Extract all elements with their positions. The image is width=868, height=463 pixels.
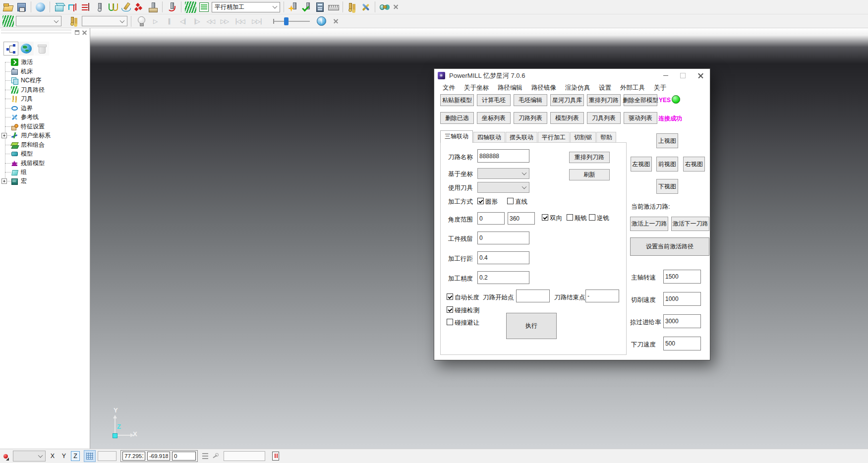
z-axis-button[interactable]: Z [71,451,80,461]
viewer-binoculars-icon[interactable] [379,1,390,13]
mode-circle-checkbox[interactable] [477,198,484,204]
tab-parallel[interactable]: 平行加工 [538,132,570,143]
view-top-button[interactable]: 上视图 [656,133,678,148]
toolpath-name-input[interactable] [477,149,529,163]
coord-list-icon[interactable] [202,452,209,460]
tab-3axis[interactable]: 三轴联动 [440,130,473,143]
menu-about-coords[interactable]: 关于坐标 [460,82,493,94]
strategy-wizard-icon[interactable] [107,1,118,13]
menu-path-edit[interactable]: 路径编辑 [493,82,527,94]
tree-item-groups[interactable]: 组 [0,168,90,176]
toolpath-list-button[interactable]: 刀路列表 [514,112,547,124]
tab-swivel-head[interactable]: 摆头联动 [506,132,537,143]
activate-prev-toolpath-button[interactable]: 激活上一刀路 [630,217,668,231]
collision-detect-checkbox[interactable] [447,306,453,313]
tree-item-nc-programs[interactable]: NC程序 [0,76,90,85]
open-icon[interactable] [2,1,14,13]
paste-new-model-button[interactable]: 粘贴新模型 [440,94,474,106]
tree-item-activate[interactable]: 激活 [0,58,90,66]
sim-toolpath-combobox[interactable] [16,16,61,26]
menu-external-tools[interactable]: 外部工具 [616,82,649,94]
tree-item-macros[interactable]: 宏 [0,176,90,185]
cut-axes-icon[interactable] [360,1,371,13]
shaded-orb-icon[interactable] [35,1,46,13]
maximize-button[interactable] [674,69,691,82]
toolpath-spring-icon[interactable] [185,1,196,13]
tree-item-patterns[interactable]: 参考线 [0,113,90,121]
minimize-button[interactable] [657,69,674,82]
tree-item-models[interactable]: 模型 [0,149,90,158]
step-back-button[interactable]: ◁| [177,16,189,27]
tab-help[interactable]: 帮助 [596,132,616,143]
cursor-z-input[interactable] [172,452,196,461]
set-active-path-button[interactable]: 设置当前激活路径 [630,237,709,256]
tree-item-levels[interactable]: 层和组合 [0,140,90,149]
step-forward-button[interactable]: |▷ [191,16,203,27]
tab-explorer-tree[interactable] [3,42,18,56]
view-right-button[interactable]: 右视图 [683,157,705,172]
slider-handle[interactable] [284,17,289,25]
conventional-mill-checkbox[interactable] [589,214,595,221]
angle-from-input[interactable] [477,212,505,225]
lamp-icon[interactable] [136,15,147,27]
close-toolbar-icon[interactable] [392,3,400,11]
speed-clock-icon[interactable] [316,15,327,27]
view-front-button[interactable]: 前视图 [656,157,678,172]
cutting-feed-input[interactable] [663,292,701,306]
grid-toggle-icon[interactable] [84,450,96,462]
tab-saw[interactable]: 切割锯 [570,132,596,143]
view-bottom-button[interactable]: 下视图 [656,179,678,194]
close-button[interactable] [692,69,709,82]
tree-item-stock-models[interactable]: 残留模型 [0,159,90,168]
pause-button[interactable]: ‖ [163,16,175,27]
view-left-button[interactable]: 左视图 [631,157,652,172]
rearrange-toolpaths-button[interactable]: 重排列刀路 [587,94,621,106]
menu-file[interactable]: 文件 [438,82,460,94]
leads-links-icon[interactable] [80,1,92,13]
expand-macros-icon[interactable] [1,178,7,184]
tool-feed-arc-icon[interactable] [166,1,177,13]
tab-world[interactable] [19,42,34,56]
activate-next-toolpath-button[interactable]: 激活下一刀路 [671,217,709,231]
close-pane-icon[interactable] [82,30,87,35]
tab-recycle-bin[interactable] [34,42,49,56]
search-back-button[interactable]: ◁◁ [205,16,217,27]
probe-icon[interactable] [212,452,220,460]
auto-length-checkbox[interactable] [447,293,453,300]
model-list-button[interactable]: 模型列表 [550,112,584,124]
tree-item-tools[interactable]: 刀具 [0,94,90,103]
strategy-combobox[interactable]: 平行精加工 [212,2,280,12]
coord-list-button[interactable]: 坐标列表 [477,112,511,124]
menu-about[interactable]: 关于 [649,82,671,94]
tolerance-input[interactable] [477,271,529,284]
page-marker-icon[interactable] [272,452,279,461]
grid-size-field[interactable] [98,451,116,461]
tool-library-button[interactable]: 星河刀具库 [550,94,584,106]
stock-allowance-input[interactable] [477,232,529,244]
go-to-end-button[interactable]: ▷▷| [249,16,264,27]
use-tool-combobox[interactable] [477,182,529,193]
cursor-x-input[interactable] [122,452,145,461]
tree-item-machine[interactable]: 机床 [0,67,90,76]
execute-button[interactable]: 执行 [506,313,557,339]
calculator-icon[interactable] [314,1,326,13]
block-icon[interactable] [54,1,65,13]
collision-check-tool-icon[interactable] [288,1,299,13]
tool-pair-icon[interactable] [347,1,358,13]
x-axis-button[interactable]: X [48,451,57,461]
toolpath-list-icon[interactable] [198,1,210,13]
climb-mill-checkbox[interactable] [567,214,573,221]
menu-render-sim[interactable]: 渲染仿真 [561,82,594,94]
calc-block-button[interactable]: 计算毛坯 [477,94,511,106]
spindle-speed-input[interactable] [663,270,701,284]
menu-settings[interactable]: 设置 [594,82,616,94]
pane-grip[interactable] [1,30,71,32]
speed-slider[interactable] [273,16,310,27]
search-forward-button[interactable]: ▷▷ [219,16,231,27]
tool-list-button[interactable]: 刀具列表 [587,112,621,124]
collision-avoid-checkbox[interactable] [447,319,453,325]
path-end-input[interactable] [585,289,619,302]
point-pattern-icon[interactable] [134,1,145,13]
drive-list-button[interactable]: 驱动列表 [624,112,657,124]
menu-path-mirror[interactable]: 路径镜像 [527,82,561,94]
